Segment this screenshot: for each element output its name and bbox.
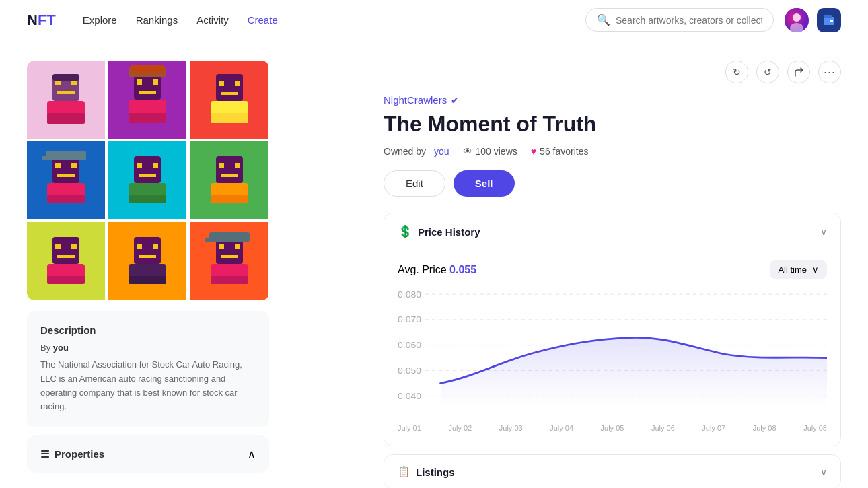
nft-cell-7 bbox=[108, 222, 186, 300]
avg-price-row: Avg. Price 0.055 All time ∨ bbox=[398, 260, 827, 279]
svg-rect-25 bbox=[219, 81, 224, 86]
nft-cell-6 bbox=[27, 222, 105, 300]
svg-rect-50 bbox=[221, 174, 238, 177]
properties-title: ☰ Properties bbox=[40, 448, 104, 460]
x-label-3: July 04 bbox=[550, 424, 573, 432]
edit-button[interactable]: Edit bbox=[384, 170, 445, 197]
svg-rect-61 bbox=[134, 237, 161, 264]
x-axis-labels: July 01 July 02 July 03 July 04 July 05 … bbox=[398, 421, 827, 432]
svg-rect-40 bbox=[134, 156, 161, 183]
svg-rect-33 bbox=[71, 163, 77, 168]
svg-point-1 bbox=[793, 13, 801, 22]
nav-explore[interactable]: Explore bbox=[83, 14, 117, 26]
description-text: The National Association for Stock Car A… bbox=[40, 358, 256, 414]
svg-text:0.040: 0.040 bbox=[398, 392, 421, 401]
svg-rect-32 bbox=[55, 163, 61, 168]
properties-header[interactable]: ☰ Properties ∧ bbox=[40, 448, 256, 460]
nft-cell-1 bbox=[108, 61, 186, 139]
search-input[interactable] bbox=[616, 15, 762, 26]
svg-text:0.050: 0.050 bbox=[398, 366, 421, 376]
svg-rect-43 bbox=[139, 174, 156, 177]
left-panel: Description By you The National Associat… bbox=[0, 40, 384, 488]
svg-rect-73 bbox=[205, 238, 212, 242]
nft-cell-8 bbox=[190, 222, 268, 300]
x-label-4: July 05 bbox=[601, 424, 624, 432]
svg-text:0.070: 0.070 bbox=[398, 316, 421, 325]
meta-row: Owned by you 👁 100 views ♥ 56 favorites bbox=[384, 146, 841, 157]
svg-rect-12 bbox=[52, 74, 79, 81]
svg-rect-48 bbox=[219, 163, 224, 168]
wallet-icon[interactable] bbox=[817, 8, 841, 32]
price-history-header[interactable]: 💲 Price History ∨ bbox=[384, 213, 840, 250]
avatar[interactable] bbox=[785, 8, 809, 32]
sell-button[interactable]: Sell bbox=[454, 170, 515, 197]
description-title: Description bbox=[40, 324, 256, 336]
nft-cell-4 bbox=[108, 141, 186, 219]
listings-header[interactable]: 📋 Listings ∨ bbox=[384, 455, 840, 488]
refresh-button[interactable]: ↻ bbox=[725, 61, 748, 83]
svg-rect-71 bbox=[221, 255, 238, 258]
svg-rect-4 bbox=[830, 20, 833, 22]
description-box: Description By you The National Associat… bbox=[27, 311, 269, 427]
svg-rect-64 bbox=[139, 255, 156, 258]
nft-grid bbox=[27, 61, 269, 300]
action-icons: ↻ ↺ ··· bbox=[384, 61, 841, 83]
favorites-info: ♥ 56 favorites bbox=[531, 146, 589, 157]
listings-icon: 📋 bbox=[398, 466, 410, 478]
x-label-6: July 07 bbox=[702, 424, 725, 432]
listings-chevron-icon: ∨ bbox=[820, 466, 827, 477]
svg-rect-37 bbox=[42, 156, 48, 160]
heart-icon: ♥ bbox=[531, 146, 536, 157]
logo: NFT bbox=[27, 11, 56, 29]
nft-cell-3 bbox=[27, 141, 105, 219]
svg-rect-16 bbox=[137, 79, 142, 85]
owner-link[interactable]: you bbox=[434, 146, 449, 157]
x-label-5: July 06 bbox=[651, 424, 675, 432]
dollar-circle-icon: 💲 bbox=[398, 224, 412, 239]
time-filter-chevron-icon: ∨ bbox=[812, 265, 819, 275]
search-bar[interactable]: 🔍 bbox=[585, 8, 774, 32]
eye-icon: 👁 bbox=[463, 146, 472, 157]
nav-create[interactable]: Create bbox=[248, 14, 278, 26]
svg-text:0.080: 0.080 bbox=[398, 290, 421, 300]
nav-activity[interactable]: Activity bbox=[196, 14, 229, 26]
nav-rankings[interactable]: Rankings bbox=[136, 14, 178, 26]
svg-rect-10 bbox=[57, 91, 75, 94]
svg-rect-34 bbox=[57, 174, 75, 177]
nft-cell-2 bbox=[190, 61, 268, 139]
share-button[interactable] bbox=[787, 61, 810, 83]
svg-rect-75 bbox=[211, 276, 248, 284]
time-filter-label: All time bbox=[778, 265, 807, 275]
svg-rect-38 bbox=[47, 195, 85, 203]
listings-title: Listings bbox=[416, 466, 455, 478]
list-icon: ☰ bbox=[40, 448, 49, 460]
price-chart: 0.080 0.070 0.060 0.050 0.040 bbox=[398, 287, 827, 421]
svg-text:0.060: 0.060 bbox=[398, 341, 421, 350]
chart-fill bbox=[441, 338, 827, 407]
views-info: 👁 100 views bbox=[463, 146, 517, 157]
action-buttons: Edit Sell bbox=[384, 170, 841, 197]
svg-rect-22 bbox=[129, 113, 166, 123]
history-button[interactable]: ↺ bbox=[756, 61, 779, 83]
avg-price-label: Avg. Price 0.055 bbox=[398, 264, 476, 276]
svg-rect-24 bbox=[216, 74, 243, 101]
more-button[interactable]: ··· bbox=[818, 61, 841, 83]
verified-icon: ✔ bbox=[451, 95, 459, 106]
price-history-card: 💲 Price History ∨ Avg. Price 0.055 All t… bbox=[384, 213, 841, 446]
svg-rect-26 bbox=[235, 81, 240, 86]
svg-rect-47 bbox=[216, 156, 243, 183]
search-icon: 🔍 bbox=[597, 13, 610, 26]
time-filter-select[interactable]: All time ∨ bbox=[770, 260, 827, 279]
svg-rect-36 bbox=[46, 151, 86, 160]
collection-link[interactable]: NightCrawlers bbox=[384, 94, 447, 106]
svg-rect-63 bbox=[153, 244, 158, 249]
x-label-2: July 03 bbox=[499, 424, 523, 432]
price-history-body: Avg. Price 0.055 All time ∨ bbox=[384, 250, 840, 446]
svg-rect-54 bbox=[52, 237, 79, 264]
listings-card: 📋 Listings ∨ bbox=[384, 454, 841, 488]
x-label-8: July 08 bbox=[803, 424, 827, 432]
description-by: By you bbox=[40, 343, 256, 353]
svg-rect-62 bbox=[137, 244, 142, 249]
svg-rect-52 bbox=[211, 195, 248, 203]
nav-links: Explore Rankings Activity Create bbox=[83, 14, 278, 26]
